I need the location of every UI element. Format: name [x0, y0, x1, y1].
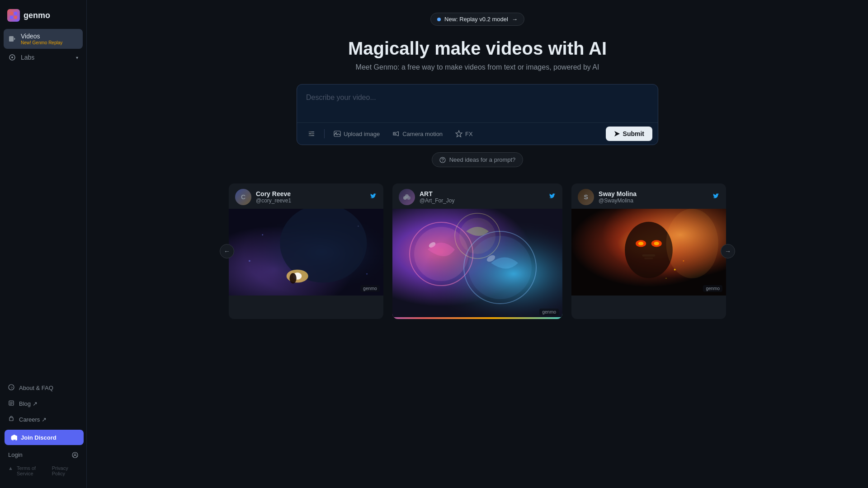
svg-point-16	[74, 454, 76, 455]
card-3-badge: genmo	[703, 285, 722, 292]
banner-dot	[437, 18, 441, 21]
join-discord-label: Join Discord	[21, 434, 57, 441]
card-2-avatar	[399, 189, 415, 205]
svg-rect-14	[9, 418, 13, 421]
gallery-prev-button[interactable]: ←	[220, 244, 234, 258]
labs-label: Labs	[21, 54, 34, 61]
card-2-twitter-icon	[549, 192, 556, 202]
terms-link[interactable]: Terms of Service	[17, 465, 48, 476]
banner-arrow: →	[512, 16, 518, 23]
fx-icon	[455, 130, 462, 137]
labs-icon	[8, 53, 16, 61]
svg-rect-4	[9, 36, 14, 42]
svg-point-22	[310, 135, 311, 136]
svg-point-36	[262, 234, 263, 235]
logo-text: genmo	[24, 11, 50, 20]
card-1-header: C Cory Reeve @cory_reeve1	[229, 183, 383, 209]
camera-motion-label: Camera motion	[402, 131, 443, 137]
labs-chevron: ▾	[76, 55, 78, 60]
blog-link[interactable]: Blog ↗	[4, 396, 83, 411]
svg-point-39	[366, 273, 368, 275]
svg-point-7	[11, 56, 13, 58]
camera-motion-icon	[392, 130, 400, 137]
blog-icon	[8, 400, 14, 408]
settings-button[interactable]	[302, 127, 321, 141]
card-3-twitter-icon	[712, 192, 720, 202]
card-3-user: S Sway Molina @SwayMolina	[578, 189, 637, 205]
card-3-name: Sway Molina	[599, 190, 637, 197]
hero-subtitle: Meet Genmo: a free way to make videos fr…	[356, 63, 599, 71]
card-2-handle: @Art_For_Joy	[420, 197, 455, 204]
gallery-card-2[interactable]: ART @Art_For_Joy	[392, 183, 562, 319]
upload-image-button[interactable]: Upload image	[328, 127, 385, 141]
about-icon: ?	[8, 384, 14, 392]
sidebar-bottom: ? About & FAQ Blog ↗	[4, 380, 83, 483]
svg-marker-26	[456, 131, 462, 137]
hero-title: Magically make videos with AI	[348, 38, 607, 59]
gallery-next-button[interactable]: →	[721, 244, 735, 258]
card-2-user: ART @Art_For_Joy	[399, 189, 455, 205]
card-1-user: C Cory Reeve @cory_reeve1	[235, 189, 291, 205]
svg-marker-27	[614, 131, 620, 136]
svg-point-63	[674, 269, 676, 271]
fx-label: FX	[465, 131, 473, 137]
new-model-banner[interactable]: New: Replay v0.2 model →	[430, 13, 524, 26]
ideas-label: Need ideas for a prompt?	[449, 156, 516, 163]
svg-rect-61	[644, 258, 653, 259]
svg-point-42	[405, 194, 409, 198]
submit-button[interactable]: Submit	[606, 127, 652, 141]
svg-point-25	[395, 133, 396, 135]
svg-rect-60	[642, 254, 656, 257]
ideas-icon	[439, 157, 446, 163]
svg-text:?: ?	[11, 386, 13, 390]
gallery-card-3[interactable]: S Sway Molina @SwayMolina	[571, 183, 726, 319]
prompt-toolbar: Upload image Camera motion FX	[297, 122, 658, 145]
svg-rect-0	[10, 12, 13, 15]
submit-icon	[614, 131, 620, 137]
sidebar-item-labs[interactable]: Labs ▾	[4, 50, 83, 65]
privacy-link[interactable]: Privacy Policy	[52, 465, 78, 476]
sidebar-nav: Videos New! Genmo Replay Labs ▾	[4, 29, 83, 380]
upload-image-label: Upload image	[344, 131, 380, 137]
svg-point-65	[666, 278, 667, 279]
svg-point-62	[666, 209, 718, 278]
card-1-avatar: C	[235, 189, 251, 205]
prompt-container: Upload image Camera motion FX	[297, 84, 658, 145]
svg-rect-3	[14, 16, 17, 19]
svg-point-20	[310, 131, 311, 133]
svg-rect-1	[14, 12, 17, 15]
card-1-name: Cory Reeve	[256, 190, 291, 197]
gallery-cards: C Cory Reeve @cory_reeve1	[229, 183, 726, 319]
prompt-input[interactable]	[297, 84, 658, 121]
camera-motion-button[interactable]: Camera motion	[387, 127, 448, 141]
card-1-badge: genmo	[360, 285, 380, 292]
card-2-header: ART @Art_For_Joy	[392, 183, 562, 209]
careers-link[interactable]: Careers ↗	[4, 412, 83, 427]
sidebar: genmo Videos New! Genmo Replay	[0, 0, 87, 488]
card-2-image: genmo	[392, 209, 562, 319]
ideas-button[interactable]: Need ideas for a prompt?	[432, 152, 524, 167]
upload-image-icon	[334, 130, 341, 137]
login-button[interactable]: Login	[4, 448, 83, 462]
banner-text: New: Replay v0.2 model	[444, 16, 508, 23]
videos-icon	[8, 35, 16, 43]
card-3-avatar: S	[578, 189, 594, 205]
fx-button[interactable]: FX	[450, 127, 478, 141]
sidebar-item-videos[interactable]: Videos New! Genmo Replay	[4, 29, 83, 49]
svg-point-55	[625, 222, 673, 278]
triangle-icon: ▲	[8, 465, 13, 476]
logo[interactable]: genmo	[4, 5, 83, 29]
join-discord-button[interactable]: Join Discord	[5, 430, 84, 445]
about-faq-link[interactable]: ? About & FAQ	[4, 380, 83, 395]
card-1-twitter-icon	[370, 192, 377, 202]
login-label: Login	[8, 451, 23, 458]
careers-label: Careers ↗	[19, 416, 47, 423]
svg-point-37	[358, 226, 359, 227]
card-3-handle: @SwayMolina	[599, 197, 637, 204]
toolbar-divider-1	[324, 129, 325, 138]
submit-label: Submit	[623, 130, 644, 137]
card-3-header: S Sway Molina @SwayMolina	[571, 183, 726, 209]
careers-icon	[8, 416, 14, 423]
settings-icon	[308, 130, 315, 137]
gallery-card-1[interactable]: C Cory Reeve @cory_reeve1	[229, 183, 383, 319]
